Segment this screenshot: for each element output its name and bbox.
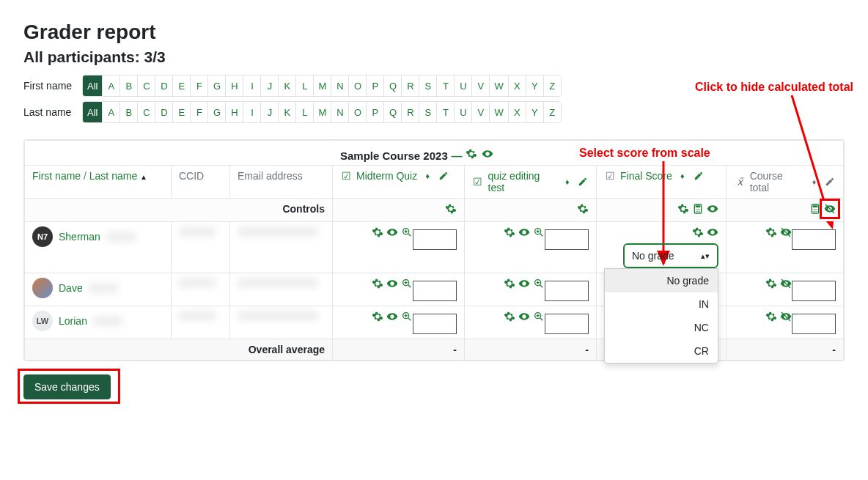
filter-pill-f[interactable]: F: [190, 102, 207, 122]
sort-icon[interactable]: ♦: [562, 176, 573, 188]
filter-pill-all[interactable]: All: [83, 75, 102, 96]
sort-icon[interactable]: ♦: [809, 176, 820, 188]
total-grade-input[interactable]: [792, 229, 836, 250]
zoom-in-icon[interactable]: [401, 311, 413, 322]
filter-pill-h[interactable]: H: [225, 102, 243, 122]
filter-pill-v[interactable]: V: [471, 102, 489, 122]
scale-option[interactable]: NC: [605, 316, 718, 339]
quiz-grade-input[interactable]: [545, 281, 589, 301]
zoom-in-icon[interactable]: [533, 278, 545, 289]
filter-pill-x[interactable]: X: [508, 102, 526, 122]
midterm-header[interactable]: Midterm Quiz: [356, 170, 417, 182]
filter-pill-q[interactable]: Q: [383, 75, 401, 96]
filter-pill-h[interactable]: H: [225, 75, 243, 96]
filter-pill-i[interactable]: I: [243, 75, 260, 96]
total-grade-input[interactable]: [792, 314, 836, 334]
eye-off-icon[interactable]: [780, 311, 792, 322]
filter-pill-t[interactable]: T: [436, 75, 454, 96]
eye-icon[interactable]: [386, 311, 398, 322]
pencil-icon[interactable]: [577, 176, 589, 188]
gear-icon[interactable]: [372, 278, 383, 289]
filter-pill-c[interactable]: C: [137, 75, 155, 96]
filter-pill-p[interactable]: P: [366, 102, 383, 122]
final-score-header[interactable]: Final Score: [620, 170, 672, 182]
filter-pill-n[interactable]: N: [331, 75, 348, 96]
calculator-icon[interactable]: [692, 203, 704, 215]
quiz-editing-header[interactable]: quiz editing test: [488, 170, 557, 193]
filter-pill-w[interactable]: W: [489, 75, 507, 96]
filter-pill-r[interactable]: R: [401, 75, 419, 96]
pencil-icon[interactable]: [438, 170, 449, 182]
eye-icon[interactable]: [518, 226, 530, 238]
filter-pill-a[interactable]: A: [102, 75, 119, 96]
gear-icon[interactable]: [765, 226, 777, 238]
filter-pill-d[interactable]: D: [155, 75, 172, 96]
zoom-in-icon[interactable]: [533, 226, 545, 238]
filter-pill-d[interactable]: D: [155, 102, 172, 122]
filter-pill-o[interactable]: O: [348, 102, 366, 122]
filter-pill-j[interactable]: J: [260, 75, 278, 96]
filter-pill-m[interactable]: M: [313, 75, 331, 96]
filter-pill-e[interactable]: E: [172, 75, 190, 96]
filter-pill-w[interactable]: W: [489, 102, 507, 122]
filter-pill-b[interactable]: B: [119, 75, 137, 96]
eye-icon[interactable]: [518, 311, 530, 322]
eye-icon[interactable]: [386, 226, 398, 238]
filter-pill-u[interactable]: U: [454, 102, 471, 122]
filter-pill-g[interactable]: G: [207, 75, 225, 96]
student-name[interactable]: Sherman: [59, 231, 100, 243]
zoom-in-icon[interactable]: [533, 311, 545, 322]
gear-icon[interactable]: [692, 226, 704, 238]
quiz-grade-input[interactable]: [545, 229, 589, 250]
first-name-header[interactable]: First name: [32, 170, 81, 182]
student-name[interactable]: Lorian: [59, 315, 87, 327]
filter-pill-m[interactable]: M: [313, 102, 331, 122]
eye-icon[interactable]: [707, 203, 718, 215]
filter-pill-o[interactable]: O: [348, 75, 366, 96]
zoom-in-icon[interactable]: [401, 278, 413, 289]
filter-pill-k[interactable]: K: [278, 102, 295, 122]
total-grade-input[interactable]: [792, 281, 836, 301]
filter-pill-e[interactable]: E: [172, 102, 190, 122]
filter-pill-k[interactable]: K: [278, 75, 295, 96]
filter-pill-z[interactable]: Z: [543, 75, 561, 96]
eye-icon[interactable]: [386, 278, 398, 289]
filter-pill-x[interactable]: X: [508, 75, 526, 96]
calculator-icon[interactable]: [809, 203, 821, 215]
filter-pill-s[interactable]: S: [419, 75, 436, 96]
filter-pill-all[interactable]: All: [83, 102, 102, 122]
quiz-grade-input[interactable]: [545, 314, 589, 334]
last-name-header[interactable]: Last name: [89, 170, 137, 182]
filter-pill-z[interactable]: Z: [543, 102, 561, 122]
filter-pill-r[interactable]: R: [401, 102, 419, 122]
pencil-icon[interactable]: [693, 170, 705, 182]
gear-icon[interactable]: [765, 278, 777, 289]
sort-icon[interactable]: ♦: [677, 170, 688, 182]
filter-pill-g[interactable]: G: [207, 102, 225, 122]
midterm-grade-input[interactable]: [413, 229, 457, 250]
gear-icon[interactable]: [504, 226, 515, 238]
filter-pill-p[interactable]: P: [366, 75, 383, 96]
filter-pill-a[interactable]: A: [102, 102, 119, 122]
filter-pill-i[interactable]: I: [243, 102, 260, 122]
student-name[interactable]: Dave: [59, 282, 83, 294]
filter-pill-y[interactable]: Y: [526, 75, 543, 96]
filter-pill-t[interactable]: T: [436, 102, 454, 122]
gear-icon[interactable]: [445, 203, 457, 215]
filter-pill-f[interactable]: F: [190, 75, 207, 96]
scale-option[interactable]: No grade: [605, 269, 718, 292]
filter-pill-q[interactable]: Q: [383, 102, 401, 122]
eye-icon[interactable]: [707, 226, 718, 238]
eye-off-icon[interactable]: [780, 226, 792, 238]
gear-icon[interactable]: [372, 311, 383, 322]
filter-pill-l[interactable]: L: [295, 75, 313, 96]
filter-pill-n[interactable]: N: [331, 102, 348, 122]
gear-icon[interactable]: [504, 278, 515, 289]
scale-option[interactable]: CR: [605, 339, 718, 363]
eye-off-icon[interactable]: [780, 278, 792, 289]
gear-icon[interactable]: [577, 203, 589, 215]
scale-option[interactable]: IN: [605, 292, 718, 316]
scale-select[interactable]: No grade▴▾No gradeINNCCR: [604, 243, 718, 268]
midterm-grade-input[interactable]: [413, 281, 457, 301]
filter-pill-l[interactable]: L: [295, 102, 313, 122]
